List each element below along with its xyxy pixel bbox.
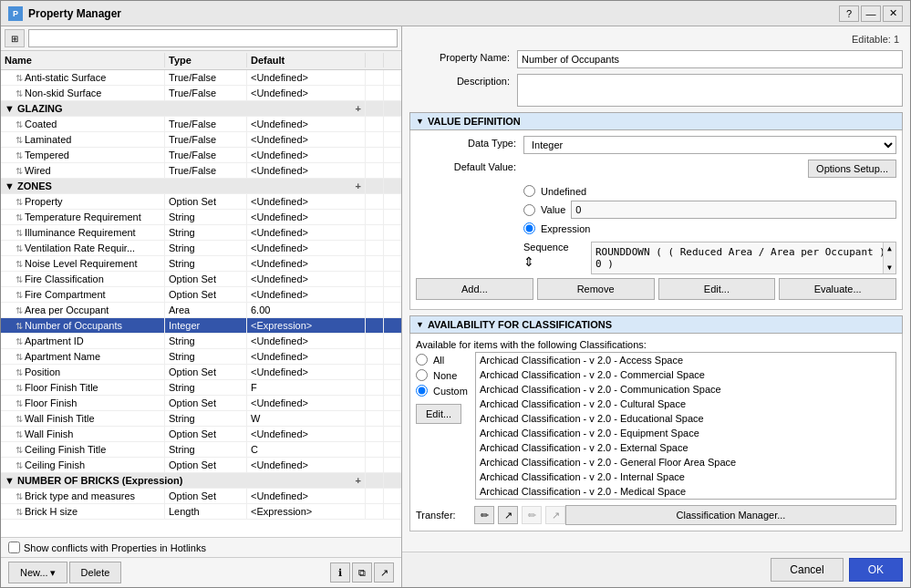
list-item[interactable]: Archicad Classification - v 2.0 - Genera…: [476, 455, 895, 469]
remove-button[interactable]: Remove: [537, 278, 655, 300]
scroll-up-icon[interactable]: ▲: [884, 244, 895, 253]
list-item[interactable]: Archicad Classification - v 2.0 - Equipm…: [476, 426, 895, 440]
table-row[interactable]: ⇅Noise Level Requirement String <Undefin…: [1, 256, 401, 272]
table-row[interactable]: ⇅Apartment Name String <Undefined>: [1, 349, 401, 365]
table-row[interactable]: ⇅Brick H size Length <Expression>: [1, 504, 401, 520]
group-name: ▼ GLAZING: [5, 103, 62, 114]
info-button[interactable]: ℹ: [330, 562, 350, 583]
row-name: ⇅Fire Classification: [1, 272, 165, 286]
add-bricks-item-button[interactable]: +: [356, 475, 361, 486]
table-row[interactable]: ⇅Ceiling Finish Option Set <Undefined>: [1, 458, 401, 473]
list-item[interactable]: Archicad Classification - v 2.0 - Medica…: [476, 484, 895, 499]
table-row[interactable]: ⇅Property Option Set <Undefined>: [1, 194, 401, 210]
row-type: String: [165, 334, 247, 348]
table-row[interactable]: ⇅Wired True/False <Undefined>: [1, 163, 401, 179]
search-input[interactable]: [28, 29, 398, 47]
export-button[interactable]: ↗: [374, 562, 394, 583]
group-row-zones[interactable]: ▼ ZONES +: [1, 179, 401, 194]
avail-radio-all[interactable]: [416, 354, 428, 366]
row-name: ⇅Ventilation Rate Requir...: [1, 241, 165, 255]
table-row[interactable]: ⇅Tempered True/False <Undefined>: [1, 148, 401, 163]
add-button[interactable]: Add...: [416, 278, 533, 300]
list-item[interactable]: Archicad Classification - v 2.0 - Intern…: [476, 469, 895, 484]
row-extra: [366, 86, 384, 100]
table-row[interactable]: ⇅Floor Finish Option Set <Undefined>: [1, 396, 401, 411]
footer-buttons: Cancel OK: [402, 552, 910, 587]
title-bar: P Property Manager ? — ✕: [1, 1, 910, 26]
close-button[interactable]: ✕: [883, 5, 903, 22]
value-def-collapse-arrow[interactable]: ▼: [416, 117, 424, 126]
group-row-bricks[interactable]: ▼ NUMBER OF BRICKS (Expression) +: [1, 473, 401, 489]
add-zones-item-button[interactable]: +: [356, 181, 361, 191]
table-row[interactable]: ⇅Apartment ID String <Undefined>: [1, 334, 401, 349]
value-definition-body: Data Type: Integer Default Value: Option…: [409, 130, 903, 310]
add-group-item-button[interactable]: +: [356, 103, 361, 114]
group-row-glazing[interactable]: ▼ GLAZING +: [1, 101, 401, 117]
delete-button[interactable]: Delete: [69, 562, 122, 583]
table-row[interactable]: ⇅Area per Occupant Area 6.00: [1, 303, 401, 318]
row-type: String: [165, 380, 247, 395]
transfer-btn-4[interactable]: ↗: [545, 506, 565, 524]
avail-radio-none[interactable]: [416, 369, 428, 381]
table-row[interactable]: ⇅Anti-static Surface True/False <Undefin…: [1, 70, 401, 86]
list-item[interactable]: Archicad Classification - v 2.0 - Cultur…: [476, 397, 895, 411]
new-dropdown-arrow[interactable]: ▾: [50, 567, 56, 579]
avail-edit-button[interactable]: Edit...: [416, 404, 461, 424]
list-item[interactable]: Archicad Classification - v 2.0 - Commer…: [476, 367, 895, 382]
property-name-input[interactable]: [517, 50, 903, 68]
table-row[interactable]: ⇅Ceiling Finish Title String C: [1, 442, 401, 458]
avail-radio-custom[interactable]: [416, 385, 428, 397]
conflicts-checkbox-label[interactable]: Show conflicts with Properties in Hotlin…: [8, 542, 206, 553]
list-item[interactable]: Archicad Classification - v 2.0 - Educat…: [476, 411, 895, 426]
table-row[interactable]: ⇅Illuminance Requirement String <Undefin…: [1, 225, 401, 241]
radio-expression[interactable]: [523, 222, 535, 234]
transfer-btn-1[interactable]: ✏: [474, 506, 494, 524]
table-row[interactable]: ⇅Temperature Requirement String <Undefin…: [1, 210, 401, 225]
table-row[interactable]: ⇅Floor Finish Title String F: [1, 380, 401, 396]
classification-list[interactable]: Archicad Classification - v 2.0 - Access…: [475, 352, 896, 500]
table-row[interactable]: ⇅Wall Finish Option Set <Undefined>: [1, 427, 401, 442]
description-textarea[interactable]: [517, 74, 903, 107]
minimize-button[interactable]: —: [861, 5, 881, 22]
conflicts-checkbox[interactable]: [8, 542, 20, 553]
avail-collapse-arrow[interactable]: ▼: [416, 320, 424, 329]
help-button[interactable]: ?: [839, 5, 859, 22]
options-setup-button[interactable]: Options Setup...: [808, 160, 896, 178]
table-row[interactable]: ⇅Non-skid Surface True/False <Undefined>: [1, 86, 401, 101]
new-button[interactable]: New... ▾: [8, 562, 67, 583]
classification-manager-button[interactable]: Classification Manager...: [565, 505, 896, 525]
table-row[interactable]: ⇅Laminated True/False <Undefined>: [1, 132, 401, 148]
copy-button[interactable]: ⧉: [352, 562, 372, 583]
transfer-btn-3[interactable]: ✏: [522, 506, 542, 524]
ok-button[interactable]: OK: [849, 558, 903, 582]
scroll-down-icon[interactable]: ▼: [884, 263, 895, 272]
row-default: <Undefined>: [247, 163, 366, 178]
value-input[interactable]: [571, 201, 896, 219]
radio-undefined[interactable]: [523, 185, 535, 197]
table-row[interactable]: ⇅Brick type and measures Option Set <Und…: [1, 489, 401, 504]
grid-view-button[interactable]: ⊞: [5, 29, 25, 47]
sequence-scroll-icon[interactable]: ⇕: [523, 254, 534, 269]
table-row[interactable]: ⇅Fire Classification Option Set <Undefin…: [1, 272, 401, 287]
cancel-button[interactable]: Cancel: [771, 558, 843, 582]
row-extra: [366, 411, 384, 426]
radio-value[interactable]: [523, 204, 535, 216]
avail-none-label: None: [433, 370, 457, 381]
group-name: ▼ ZONES: [5, 181, 52, 191]
table-row[interactable]: ⇅Wall Finish Title String W: [1, 411, 401, 427]
list-item[interactable]: Archicad Classification - v 2.0 - Extern…: [476, 440, 895, 455]
table-row-selected[interactable]: ⇅Number of Occupants Integer <Expression…: [1, 318, 401, 334]
table-row[interactable]: ⇅Coated True/False <Undefined>: [1, 117, 401, 132]
table-row[interactable]: ⇅Fire Compartment Option Set <Undefined>: [1, 287, 401, 303]
row-type: True/False: [165, 163, 247, 178]
evaluate-button[interactable]: Evaluate...: [779, 278, 896, 300]
data-type-select[interactable]: Integer: [523, 136, 896, 154]
table-row[interactable]: ⇅Position Option Set <Undefined>: [1, 365, 401, 380]
list-item[interactable]: Archicad Classification - v 2.0 - Access…: [476, 353, 895, 367]
list-item[interactable]: Archicad Classification - v 2.0 - Commun…: [476, 382, 895, 397]
row-type: Option Set: [165, 194, 247, 209]
table-row[interactable]: ⇅Ventilation Rate Requir... String <Unde…: [1, 241, 401, 256]
row-default: <Undefined>: [247, 396, 366, 410]
edit-expression-button[interactable]: Edit...: [658, 278, 776, 300]
transfer-btn-2[interactable]: ↗: [498, 506, 518, 524]
